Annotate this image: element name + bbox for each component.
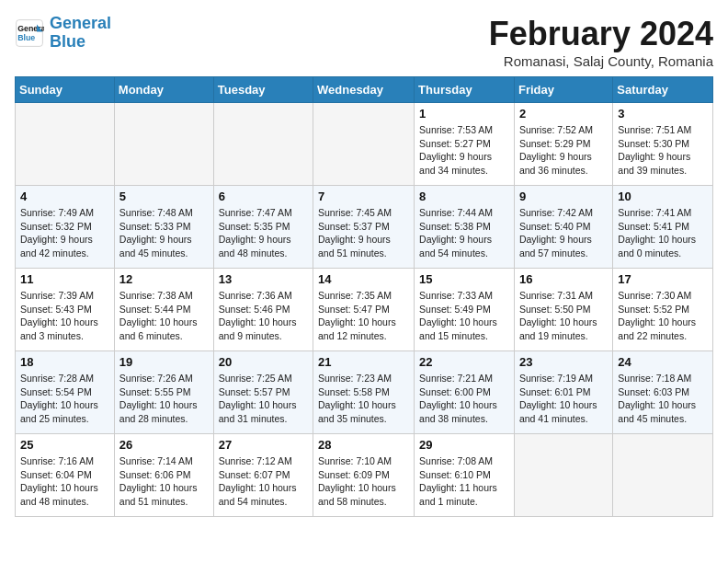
calendar-cell: 22Sunrise: 7:21 AMSunset: 6:00 PMDayligh… <box>415 351 515 434</box>
calendar-cell <box>313 103 415 186</box>
day-header-thursday: Thursday <box>415 77 515 103</box>
title-area: February 2024 Romanasi, Salaj County, Ro… <box>489 15 713 69</box>
day-number: 9 <box>519 190 608 203</box>
day-detail: Sunrise: 7:51 AMSunset: 5:30 PMDaylight:… <box>618 123 708 178</box>
calendar-cell: 19Sunrise: 7:26 AMSunset: 5:55 PMDayligh… <box>114 351 213 434</box>
day-detail: Sunrise: 7:39 AMSunset: 5:43 PMDaylight:… <box>20 289 109 343</box>
calendar-table: SundayMondayTuesdayWednesdayThursdayFrid… <box>15 76 713 517</box>
day-number: 28 <box>318 438 409 452</box>
calendar-cell <box>613 434 713 517</box>
day-number: 5 <box>119 190 209 203</box>
day-header-friday: Friday <box>514 77 612 103</box>
day-detail: Sunrise: 7:42 AMSunset: 5:40 PMDaylight:… <box>519 206 608 260</box>
day-detail: Sunrise: 7:19 AMSunset: 6:01 PMDaylight:… <box>519 372 608 426</box>
day-detail: Sunrise: 7:45 AMSunset: 5:37 PMDaylight:… <box>318 206 409 260</box>
calendar-cell: 12Sunrise: 7:38 AMSunset: 5:44 PMDayligh… <box>114 269 213 351</box>
calendar-cell: 6Sunrise: 7:47 AMSunset: 5:35 PMDaylight… <box>213 186 313 269</box>
calendar-cell: 21Sunrise: 7:23 AMSunset: 5:58 PMDayligh… <box>313 351 415 434</box>
logo: General Blue GeneralBlue <box>15 15 111 52</box>
day-detail: Sunrise: 7:52 AMSunset: 5:29 PMDaylight:… <box>519 123 608 178</box>
day-detail: Sunrise: 7:35 AMSunset: 5:47 PMDaylight:… <box>318 289 409 343</box>
logo-text: GeneralBlue <box>50 15 111 52</box>
calendar-cell: 3Sunrise: 7:51 AMSunset: 5:30 PMDaylight… <box>613 103 713 186</box>
day-header-tuesday: Tuesday <box>213 77 313 103</box>
calendar-cell: 20Sunrise: 7:25 AMSunset: 5:57 PMDayligh… <box>213 351 313 434</box>
calendar-cell: 27Sunrise: 7:12 AMSunset: 6:07 PMDayligh… <box>213 434 313 517</box>
day-number: 7 <box>318 190 409 203</box>
calendar-cell: 23Sunrise: 7:19 AMSunset: 6:01 PMDayligh… <box>514 351 612 434</box>
day-header-wednesday: Wednesday <box>313 77 415 103</box>
calendar-cell: 4Sunrise: 7:49 AMSunset: 5:32 PMDaylight… <box>16 186 115 269</box>
day-number: 18 <box>20 355 109 369</box>
calendar-cell: 18Sunrise: 7:28 AMSunset: 5:54 PMDayligh… <box>16 351 115 434</box>
day-number: 19 <box>119 355 209 369</box>
day-detail: Sunrise: 7:30 AMSunset: 5:52 PMDaylight:… <box>618 289 708 343</box>
day-number: 21 <box>318 355 409 369</box>
calendar-week-2: 4Sunrise: 7:49 AMSunset: 5:32 PMDaylight… <box>16 186 713 269</box>
day-detail: Sunrise: 7:28 AMSunset: 5:54 PMDaylight:… <box>20 372 109 426</box>
calendar-cell: 9Sunrise: 7:42 AMSunset: 5:40 PMDaylight… <box>514 186 612 269</box>
day-number: 4 <box>20 190 109 203</box>
day-number: 16 <box>519 272 608 286</box>
calendar-week-4: 18Sunrise: 7:28 AMSunset: 5:54 PMDayligh… <box>16 351 713 434</box>
day-number: 15 <box>419 272 509 286</box>
day-number: 17 <box>618 272 708 286</box>
day-detail: Sunrise: 7:10 AMSunset: 6:09 PMDaylight:… <box>318 454 409 509</box>
calendar-cell: 28Sunrise: 7:10 AMSunset: 6:09 PMDayligh… <box>313 434 415 517</box>
day-number: 2 <box>519 107 608 121</box>
day-number: 11 <box>20 272 109 286</box>
calendar-cell: 16Sunrise: 7:31 AMSunset: 5:50 PMDayligh… <box>514 269 612 351</box>
month-title: February 2024 <box>489 15 713 53</box>
calendar-cell: 17Sunrise: 7:30 AMSunset: 5:52 PMDayligh… <box>613 269 713 351</box>
day-detail: Sunrise: 7:44 AMSunset: 5:38 PMDaylight:… <box>419 206 509 260</box>
calendar-cell: 24Sunrise: 7:18 AMSunset: 6:03 PMDayligh… <box>613 351 713 434</box>
day-header-sunday: Sunday <box>16 77 115 103</box>
day-detail: Sunrise: 7:53 AMSunset: 5:27 PMDaylight:… <box>419 123 509 178</box>
calendar-cell: 10Sunrise: 7:41 AMSunset: 5:41 PMDayligh… <box>613 186 713 269</box>
calendar-cell: 11Sunrise: 7:39 AMSunset: 5:43 PMDayligh… <box>16 269 115 351</box>
calendar-week-3: 11Sunrise: 7:39 AMSunset: 5:43 PMDayligh… <box>16 269 713 351</box>
day-detail: Sunrise: 7:38 AMSunset: 5:44 PMDaylight:… <box>119 289 209 343</box>
day-number: 8 <box>419 190 509 203</box>
day-detail: Sunrise: 7:12 AMSunset: 6:07 PMDaylight:… <box>219 454 308 509</box>
location-subtitle: Romanasi, Salaj County, Romania <box>489 53 713 69</box>
day-number: 29 <box>419 438 509 452</box>
day-number: 12 <box>119 272 209 286</box>
calendar-cell: 7Sunrise: 7:45 AMSunset: 5:37 PMDaylight… <box>313 186 415 269</box>
svg-text:Blue: Blue <box>17 33 35 42</box>
calendar-cell: 29Sunrise: 7:08 AMSunset: 6:10 PMDayligh… <box>415 434 515 517</box>
day-number: 26 <box>119 438 209 452</box>
day-detail: Sunrise: 7:41 AMSunset: 5:41 PMDaylight:… <box>618 206 708 260</box>
calendar-cell: 15Sunrise: 7:33 AMSunset: 5:49 PMDayligh… <box>415 269 515 351</box>
day-detail: Sunrise: 7:16 AMSunset: 6:04 PMDaylight:… <box>20 454 109 509</box>
calendar-cell: 25Sunrise: 7:16 AMSunset: 6:04 PMDayligh… <box>16 434 115 517</box>
day-detail: Sunrise: 7:18 AMSunset: 6:03 PMDaylight:… <box>618 372 708 426</box>
day-number: 14 <box>318 272 409 286</box>
calendar-week-5: 25Sunrise: 7:16 AMSunset: 6:04 PMDayligh… <box>16 434 713 517</box>
calendar-cell <box>213 103 313 186</box>
calendar-cell <box>514 434 612 517</box>
day-number: 22 <box>419 355 509 369</box>
day-header-saturday: Saturday <box>613 77 713 103</box>
calendar-cell: 2Sunrise: 7:52 AMSunset: 5:29 PMDaylight… <box>514 103 612 186</box>
day-number: 25 <box>20 438 109 452</box>
day-detail: Sunrise: 7:26 AMSunset: 5:55 PMDaylight:… <box>119 372 209 426</box>
calendar-header-row: SundayMondayTuesdayWednesdayThursdayFrid… <box>16 77 713 103</box>
day-detail: Sunrise: 7:08 AMSunset: 6:10 PMDaylight:… <box>419 454 509 509</box>
calendar-cell <box>114 103 213 186</box>
header: General Blue GeneralBlue February 2024 R… <box>15 15 713 69</box>
day-detail: Sunrise: 7:48 AMSunset: 5:33 PMDaylight:… <box>119 206 209 260</box>
day-detail: Sunrise: 7:47 AMSunset: 5:35 PMDaylight:… <box>219 206 308 260</box>
calendar-body: 1Sunrise: 7:53 AMSunset: 5:27 PMDaylight… <box>16 103 713 517</box>
calendar-cell: 1Sunrise: 7:53 AMSunset: 5:27 PMDaylight… <box>415 103 515 186</box>
day-number: 1 <box>419 107 509 121</box>
day-detail: Sunrise: 7:25 AMSunset: 5:57 PMDaylight:… <box>219 372 308 426</box>
day-number: 27 <box>219 438 308 452</box>
day-number: 20 <box>219 355 308 369</box>
calendar-cell: 5Sunrise: 7:48 AMSunset: 5:33 PMDaylight… <box>114 186 213 269</box>
day-number: 10 <box>618 190 708 203</box>
calendar-cell: 8Sunrise: 7:44 AMSunset: 5:38 PMDaylight… <box>415 186 515 269</box>
calendar-week-1: 1Sunrise: 7:53 AMSunset: 5:27 PMDaylight… <box>16 103 713 186</box>
day-number: 23 <box>519 355 608 369</box>
calendar-cell: 13Sunrise: 7:36 AMSunset: 5:46 PMDayligh… <box>213 269 313 351</box>
